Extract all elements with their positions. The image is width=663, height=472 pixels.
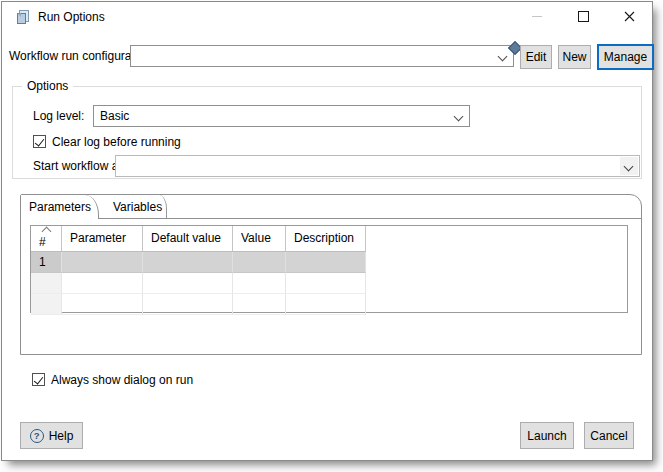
tab-parameters-label: Parameters: [29, 200, 91, 214]
table-row-selected[interactable]: 1: [31, 252, 366, 273]
run-configuration-combobox[interactable]: [130, 45, 514, 67]
chevron-down-icon: [624, 162, 634, 172]
manage-button-label: Manage: [604, 50, 647, 64]
always-show-dialog-label: Always show dialog on run: [51, 373, 193, 387]
parameter-cell[interactable]: [62, 252, 143, 273]
description-cell[interactable]: [286, 273, 366, 294]
column-header-description[interactable]: Description: [286, 226, 366, 251]
column-header-default-value[interactable]: Default value: [143, 226, 233, 251]
question-glyph: ?: [34, 430, 40, 441]
clear-log-label: Clear log before running: [52, 135, 181, 149]
check-icon: [34, 136, 43, 146]
parameters-table: # Parameter Default value Value Descript…: [30, 225, 628, 313]
close-button[interactable]: [606, 2, 652, 31]
start-workflow-at-combobox[interactable]: [115, 155, 640, 177]
chevron-down-icon: [498, 52, 508, 62]
check-icon: [33, 374, 42, 384]
launch-button-label: Launch: [527, 429, 566, 443]
parameter-cell[interactable]: [62, 273, 143, 294]
description-cell[interactable]: [286, 252, 366, 273]
start-workflow-at-label: Start workflow at:: [33, 159, 125, 173]
default-value-cell[interactable]: [143, 252, 233, 273]
chevron-down-icon: [454, 112, 464, 122]
options-group-legend: Options: [22, 79, 73, 93]
tab-row: Parameters Variables: [21, 195, 641, 219]
table-row-empty[interactable]: [31, 273, 366, 294]
cancel-button-label: Cancel: [590, 429, 627, 443]
always-show-dialog-checkbox[interactable]: [32, 373, 45, 386]
log-level-combobox[interactable]: Basic: [93, 105, 470, 127]
row-number-cell: [31, 273, 62, 294]
window-controls: [514, 2, 652, 31]
tab-parameters[interactable]: Parameters: [21, 195, 99, 219]
combobox-arrow-button[interactable]: [620, 157, 638, 175]
help-question-icon: ?: [30, 429, 44, 443]
manage-button[interactable]: Manage: [597, 44, 654, 70]
column-header-value[interactable]: Value: [233, 226, 286, 251]
tab-variables[interactable]: Variables: [103, 195, 167, 218]
help-button-label: Help: [49, 429, 74, 443]
log-level-value: Basic: [100, 109, 129, 123]
window-title: Run Options: [38, 10, 105, 24]
minimize-icon: [532, 16, 542, 17]
title-bar: Run Options: [2, 2, 652, 32]
cancel-button[interactable]: Cancel: [584, 422, 634, 449]
tab-variables-label: Variables: [113, 200, 162, 214]
column-header-parameter[interactable]: Parameter: [62, 226, 143, 251]
help-button[interactable]: ? Help: [20, 422, 83, 449]
run-options-dialog: Run Options Workflow run configuration E…: [1, 1, 653, 461]
row-number-cell: 1: [31, 252, 62, 273]
options-group: Options Log level: Basic Clear log befor…: [12, 86, 642, 179]
clear-log-checkbox[interactable]: [33, 135, 46, 148]
column-header-number[interactable]: #: [31, 226, 62, 251]
log-level-label: Log level:: [33, 109, 84, 123]
table-row-empty[interactable]: [31, 294, 366, 315]
maximize-icon: [578, 11, 589, 22]
minimize-button: [514, 2, 560, 31]
run-options-window-icon: [15, 9, 31, 25]
new-button-label: New: [562, 50, 586, 64]
default-value-cell[interactable]: [143, 273, 233, 294]
value-cell[interactable]: [233, 252, 286, 273]
close-icon: [624, 11, 635, 22]
row-number-cell: [31, 294, 62, 315]
edit-button[interactable]: Edit: [520, 45, 552, 69]
edit-button-label: Edit: [526, 50, 547, 64]
value-cell[interactable]: [233, 273, 286, 294]
maximize-button[interactable]: [560, 2, 606, 31]
value-cell[interactable]: [233, 294, 286, 315]
launch-button[interactable]: Launch: [520, 422, 574, 449]
column-header-number-label: #: [39, 235, 46, 249]
parameter-cell[interactable]: [62, 294, 143, 315]
new-button[interactable]: New: [558, 45, 591, 69]
description-cell[interactable]: [286, 294, 366, 315]
default-value-cell[interactable]: [143, 294, 233, 315]
table-header-row: # Parameter Default value Value Descript…: [31, 226, 366, 252]
